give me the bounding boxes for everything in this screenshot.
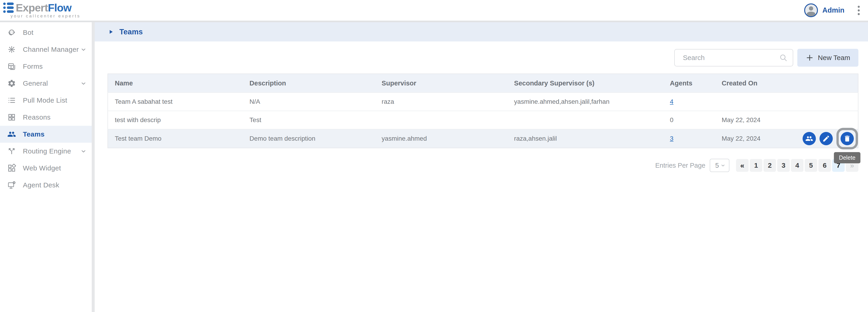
column-header-name: Name: [108, 74, 243, 92]
created-on-cell: [715, 92, 796, 111]
chevron-down-icon: [80, 80, 87, 87]
logo-flow-text: Flow: [48, 2, 71, 14]
delete-trash-icon: [843, 135, 851, 142]
sidebar-item-label: Routing Engine: [23, 147, 80, 155]
pagination: Entries Per Page 5 « 1 2 3 4 5 6 7 »: [107, 159, 858, 172]
secondary-supervisor-cell: [508, 111, 663, 129]
sidebar-item-forms[interactable]: Forms: [0, 58, 95, 75]
sidebar-item-bot[interactable]: Bot: [0, 24, 95, 41]
column-header-supervisor: Supervisor: [375, 74, 508, 92]
description-cell: Test: [243, 111, 375, 129]
sidebar-item-web-widget[interactable]: Web Widget: [0, 160, 95, 177]
app-window: ExpertFlow your callcenter experts Admin: [0, 0, 868, 312]
delete-team-button[interactable]: [841, 132, 854, 145]
agents-count-cell: 0: [663, 111, 715, 129]
secondary-supervisor-cell: yasmine.ahmed,ahsen.jalil,farhan: [508, 92, 663, 111]
sidebar-item-routing-engine[interactable]: Routing Engine: [0, 143, 95, 160]
channel-manager-icon: [7, 45, 17, 54]
column-header-description: Description: [243, 74, 375, 92]
page-button-6[interactable]: 6: [818, 159, 831, 172]
table-row-highlighted: Test team Demo Demo team description yas…: [108, 129, 858, 148]
supervisor-cell: raza: [375, 92, 508, 111]
edit-pencil-icon: [822, 135, 830, 142]
search-input[interactable]: [674, 49, 793, 66]
edit-team-button[interactable]: [819, 132, 833, 145]
chevron-down-icon: [80, 46, 87, 53]
page-button-2[interactable]: 2: [764, 159, 776, 172]
sidebar-item-channel-manager[interactable]: Channel Manager: [0, 41, 95, 58]
search-box: [674, 49, 793, 66]
created-on-cell: May 22, 2024: [715, 111, 796, 129]
page-button-4[interactable]: 4: [791, 159, 804, 172]
sidebar-item-reasons[interactable]: Reasons: [0, 109, 95, 126]
table-row: test with descrip Test 0 May 22, 2024: [108, 111, 858, 129]
created-on-cell: May 22, 2024: [715, 129, 796, 148]
logo-expert-text: Expert: [16, 2, 48, 14]
teams-people-icon: [7, 130, 17, 139]
sidebar-item-teams[interactable]: Teams: [0, 126, 95, 143]
sidebar-item-label: Channel Manager: [23, 46, 80, 53]
kebab-menu-icon[interactable]: [856, 4, 861, 17]
sidebar-item-general[interactable]: General: [0, 75, 95, 92]
row-actions: Delete: [803, 130, 858, 148]
column-header-actions: [796, 74, 858, 92]
user-avatar[interactable]: [804, 3, 818, 17]
breadcrumb: Teams: [95, 22, 868, 41]
routing-engine-icon: [7, 147, 17, 155]
teams-table: Name Description Supervisor Secondary Su…: [107, 74, 858, 148]
agents-count-link[interactable]: 3: [670, 135, 674, 142]
table-row: Team A sabahat test N/A raza yasmine.ahm…: [108, 92, 858, 111]
sidebar-item-pull-mode-list[interactable]: Pull Mode List: [0, 92, 95, 109]
bot-icon: [7, 28, 17, 37]
breadcrumb-arrow-icon: [108, 29, 114, 35]
expertflow-logo: ExpertFlow your callcenter experts: [3, 2, 81, 19]
forms-icon: [7, 62, 17, 71]
entries-per-page-select[interactable]: 5: [710, 159, 730, 172]
sidebar-item-agent-desk[interactable]: Agent Desk: [0, 177, 95, 194]
user-area: Admin: [804, 3, 861, 17]
sidebar-item-label: General: [23, 80, 80, 87]
page-button-3[interactable]: 3: [777, 159, 790, 172]
chevron-down-icon: [720, 163, 726, 168]
supervisor-cell: yasmine.ahmed: [375, 129, 508, 148]
person-icon: [805, 4, 817, 16]
team-name-cell: Test team Demo: [108, 129, 243, 148]
new-team-label: New Team: [818, 54, 850, 62]
logo-wordmark: ExpertFlow: [16, 2, 71, 13]
chevron-down-icon: [80, 148, 87, 154]
pull-mode-list-icon: [7, 96, 17, 105]
description-cell: N/A: [243, 92, 375, 111]
agent-desk-icon: [7, 181, 17, 190]
logo-tagline: your callcenter experts: [10, 13, 81, 19]
column-header-agents: Agents: [663, 74, 715, 92]
description-cell: Demo team description: [243, 129, 375, 148]
main-area: Teams New Team: [95, 22, 868, 312]
team-name-cell: test with descrip: [108, 111, 243, 129]
table-toolbar: New Team: [107, 49, 858, 67]
agents-group-icon: [805, 135, 813, 142]
entries-per-page-value: 5: [715, 162, 719, 169]
table-header-row: Name Description Supervisor Secondary Su…: [108, 74, 858, 92]
expertflow-logo-icon: [3, 2, 14, 13]
prev-page-button[interactable]: «: [736, 159, 749, 172]
secondary-supervisor-cell: raza,ahsen.jalil: [508, 129, 663, 148]
sidebar-nav: Bot Channel Manager: [0, 22, 95, 312]
new-team-button[interactable]: New Team: [797, 49, 858, 67]
general-gear-icon: [7, 79, 17, 88]
sidebar-item-label: Agent Desk: [23, 181, 87, 189]
page-button-1[interactable]: 1: [750, 159, 762, 172]
team-name-cell: Team A sabahat test: [108, 92, 243, 111]
agents-action-button[interactable]: [803, 132, 816, 145]
delete-tooltip: Delete: [834, 152, 861, 163]
sidebar-item-label: Bot: [23, 29, 87, 36]
delete-button-focus-ring: Delete: [836, 128, 858, 149]
sidebar-item-label: Forms: [23, 62, 87, 70]
user-name[interactable]: Admin: [823, 6, 844, 15]
web-widget-icon: [7, 164, 17, 172]
search-icon: [779, 53, 788, 62]
supervisor-cell: [375, 111, 508, 129]
agents-count-link[interactable]: 4: [670, 98, 674, 105]
sidebar-item-label: Teams: [23, 130, 87, 138]
page-button-5[interactable]: 5: [805, 159, 817, 172]
sidebar-scrollbar[interactable]: [92, 22, 95, 312]
